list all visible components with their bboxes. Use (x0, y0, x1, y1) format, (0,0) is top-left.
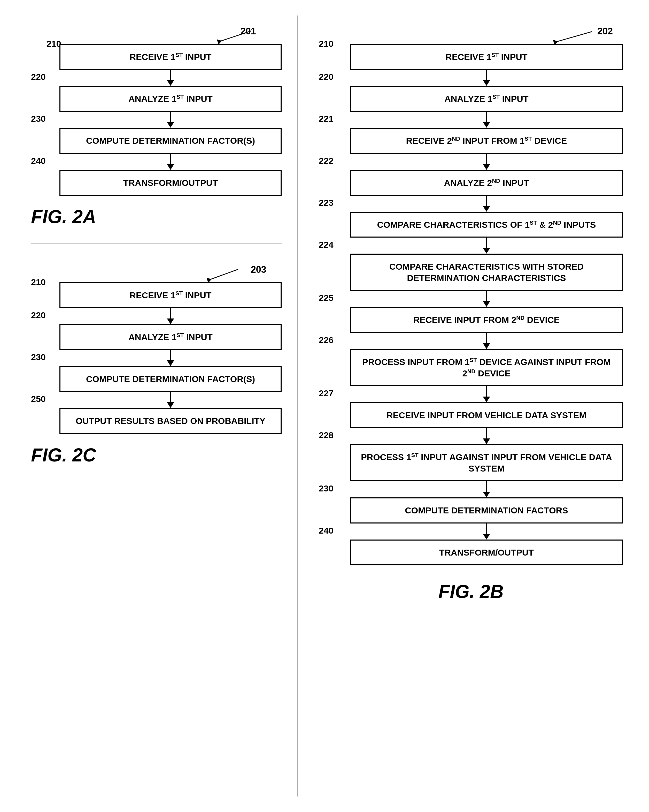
fig2b-arrow8-line (350, 386, 623, 402)
sup-b4: ST (524, 136, 532, 142)
fig2b-label: FIG. 2B (319, 581, 623, 602)
fig2c-arrow1-head (167, 319, 174, 324)
fig2c-arrow2: 230 (31, 350, 282, 366)
fig2b-222-label: 222 (319, 154, 350, 166)
fig2b-arrow11: 240 (319, 524, 623, 540)
fig2b-arrow8-vline (486, 386, 487, 397)
fig2b-arrow3: 222 (319, 154, 623, 170)
fig2a-arrow2-num: 230 (31, 112, 59, 128)
fig2b-arrow1-vline (486, 70, 487, 80)
fig2b-flow: RECEIVE 1ST INPUT 220 (319, 44, 623, 565)
fig2b-step210-box: RECEIVE 1ST INPUT (350, 44, 623, 70)
fig2c-step230-box-col: COMPUTE DETERMINATION FACTOR(S) (59, 366, 282, 392)
fig2b-220-label: 220 (319, 70, 350, 82)
sup-b3: ND (452, 136, 460, 142)
fig2b-arrow9-line (350, 428, 623, 444)
fig2b-step240-box: TRANSFORM/OUTPUT (350, 540, 623, 565)
fig2b-step222-box: ANALYZE 2ND INPUT (350, 170, 623, 196)
fig2c-step-250: OUTPUT RESULTS BASED ON PROBABILITY (31, 408, 282, 434)
fig2b-step-224: COMPARE CHARACTERISTICS WITH STORED DETE… (319, 253, 623, 291)
sup1: ST (175, 52, 183, 58)
fig2c-step-210: RECEIVE 1ST INPUT (31, 282, 282, 308)
fig2b-arrow7-line (350, 333, 623, 349)
fig2b-step227-box: RECEIVE INPUT FROM VEHICLE DATA SYSTEM (350, 402, 623, 428)
fig2b-arrow5-vline (486, 238, 487, 248)
fig2b-arrow1-num: 220 (319, 70, 350, 86)
sup-b5: ND (492, 177, 500, 184)
fig2b-arrow8: 227 (319, 386, 623, 402)
fig2b-step-220: ANALYZE 1ST INPUT (319, 86, 623, 112)
fig2b-arrow8-num: 227 (319, 386, 350, 402)
svg-line-2 (210, 269, 238, 280)
fig2b-step228-box-col: PROCESS 1ST INPUT AGAINST INPUT FROM VEH… (350, 444, 623, 481)
fig2b-arrow7-vline (486, 333, 487, 343)
fig2b-arrow2-vline (486, 112, 487, 122)
fig2a-step220-box: ANALYZE 1ST INPUT (59, 86, 282, 112)
fig2a-step240-box: TRANSFORM/OUTPUT (59, 170, 282, 196)
fig2a-step230-box-col: COMPUTE DETERMINATION FACTOR(S) (59, 128, 282, 154)
fig2c-section: 210 203 RECEIVE 1ST INPUT (31, 264, 282, 466)
fig2b-arrow2: 221 (319, 112, 623, 128)
fig2b-step226-box: PROCESS INPUT FROM 1ST DEVICE AGAINST IN… (350, 349, 623, 386)
fig2b-section: 210 202 RECEIVE 1ST INPUT (319, 26, 623, 602)
fig2b-arrow4-line (350, 196, 623, 212)
fig2b-arrow5-head (483, 248, 490, 253)
fig2c-step220-box-col: ANALYZE 1ST INPUT (59, 324, 282, 350)
fig2c-arrow2-num: 230 (31, 350, 59, 366)
fig2a-arrow3-line (59, 154, 282, 170)
fig2c-210-header-num: 210 (31, 277, 46, 287)
fig2a-arrow3-num: 240 (31, 154, 59, 170)
fig2b-arrow2-num: 221 (319, 112, 350, 128)
fig2b-225-label: 225 (319, 291, 350, 303)
fig2a-arrow1-head (167, 80, 174, 86)
sup-b7: ND (553, 219, 561, 226)
fig2b-arrow2-head (483, 122, 490, 128)
fig2b-step210-box-col: RECEIVE 1ST INPUT (350, 44, 623, 70)
fig2b-step223-box-col: COMPARE CHARACTERISTICS OF 1ST & 2ND INP… (350, 212, 623, 238)
fig2b-arrow10-line (350, 481, 623, 498)
svg-marker-1 (217, 39, 222, 44)
fig2b-step-210: RECEIVE 1ST INPUT (319, 44, 623, 70)
sup-b6: ST (530, 219, 537, 226)
fig2b-arrow3-line (350, 154, 623, 170)
fig2b-step240-box-col: TRANSFORM/OUTPUT (350, 540, 623, 565)
fig2c-step210-box-col: RECEIVE 1ST INPUT (59, 282, 282, 308)
fig2c-arrow3-vline (170, 392, 171, 402)
fig2c-arrow-line (178, 264, 282, 285)
fig2c-flow: RECEIVE 1ST INPUT 220 (31, 282, 282, 434)
fig2a-arrow2-line (59, 112, 282, 128)
fig2c-250-label: 250 (31, 392, 59, 404)
fig2c-arrow3: 250 (31, 392, 282, 408)
fig2c-arrow3-num: 250 (31, 392, 59, 408)
sup-b1: ST (491, 52, 499, 58)
fig2b-arrow10-num: 230 (319, 481, 350, 498)
sup-b8: ND (516, 314, 524, 321)
fig2b-arrow10: 230 (319, 481, 623, 498)
fig2b-arrow6: 225 (319, 291, 623, 307)
fig2b-arrow2-line (350, 112, 623, 128)
fig2b-arrow1-head (483, 80, 490, 86)
fig2b-223-label: 223 (319, 196, 350, 208)
fig2b-step221-box-col: RECEIVE 2ND INPUT FROM 1ST DEVICE (350, 128, 623, 154)
fig2b-step230-box-col: COMPUTE DETERMINATION FACTORS (350, 498, 623, 523)
fig2c-arrow3-head (167, 402, 174, 408)
fig2b-step-223: COMPARE CHARACTERISTICS OF 1ST & 2ND INP… (319, 212, 623, 238)
svg-line-4 (556, 32, 592, 42)
fig2c-step230-box: COMPUTE DETERMINATION FACTOR(S) (59, 366, 282, 392)
fig2c-step220-box: ANALYZE 1ST INPUT (59, 324, 282, 350)
fig2b-step230-box: COMPUTE DETERMINATION FACTORS (350, 498, 623, 523)
fig2a-step-240: TRANSFORM/OUTPUT (31, 170, 282, 196)
fig2a-label: FIG. 2A (31, 206, 282, 227)
fig2b-step221-box: RECEIVE 2ND INPUT FROM 1ST DEVICE (350, 128, 623, 154)
fig2a-arrow2-vline (170, 112, 171, 122)
fig2b-arrow7-num: 226 (319, 333, 350, 349)
fig2b-221-label: 221 (319, 112, 350, 124)
sup-b11: ST (411, 452, 419, 458)
fig2b-arrow11-line (350, 524, 623, 540)
fig2b-arrow5-num: 224 (319, 238, 350, 253)
fig2a-step220-box-col: ANALYZE 1ST INPUT (59, 86, 282, 112)
left-column: 210 201 RECEIVE 1ST INPUT (10, 15, 298, 797)
fig2b-224-label: 224 (319, 238, 350, 250)
sup-c2: ST (177, 332, 184, 339)
fig2b-arrow9-vline (486, 428, 487, 438)
